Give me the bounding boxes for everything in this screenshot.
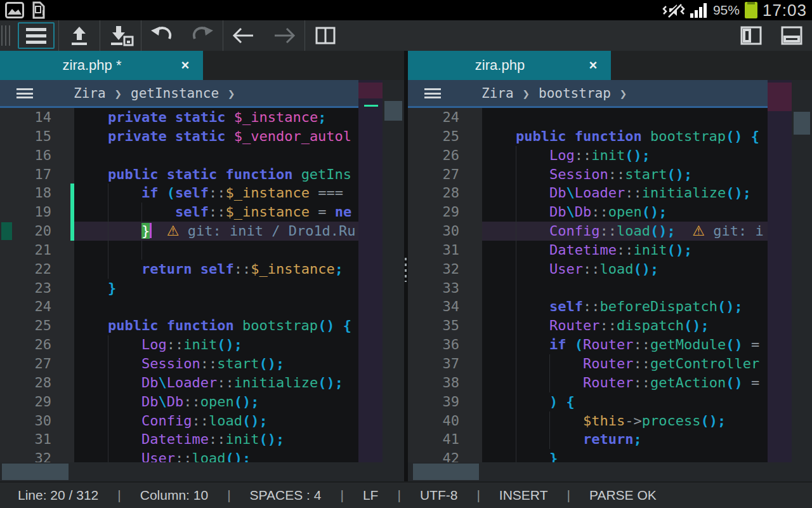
breadcrumb-item[interactable]: Zira [481,86,514,101]
code-token: :: [591,204,608,220]
code-token: :: [192,413,209,429]
code-token: open [200,394,234,410]
code-token: $_instance [251,261,334,277]
undo-button[interactable] [141,20,182,51]
indent-guide [108,373,108,392]
code-line[interactable]: Config::load(); ⚠ git: i [482,222,768,241]
sdcard-alert-icon [29,1,47,19]
line-number: 23 [0,279,74,298]
code-line[interactable]: self::$_instance = ne [74,203,358,222]
code-token: getController [650,356,759,371]
vertical-scrollbar[interactable] [792,80,812,462]
status-separator: | [567,488,570,503]
code-token: === [310,185,351,201]
code-line[interactable]: self::beforeDispatch(); [482,297,768,316]
horizontal-scrollbar[interactable] [0,462,404,481]
scrollbar-thumb[interactable] [384,101,402,121]
code-line[interactable]: User::load(); [482,260,768,279]
scrollbar-thumb[interactable] [2,464,69,480]
code-line[interactable] [74,146,358,165]
code-line[interactable]: private static $_instance; [74,108,358,127]
code-line[interactable]: User::load(); [74,449,358,462]
save-as-button[interactable] [100,20,141,51]
code-line[interactable]: Router::getController [482,354,768,373]
code-line[interactable]: Datetime::init(); [74,430,358,449]
code-line[interactable]: Log::init(); [74,335,358,354]
code-line[interactable]: Db\Loader::initialize(); [482,184,768,203]
open-file-button[interactable] [59,20,100,51]
breadcrumb-item[interactable]: getInstance [131,86,219,101]
toolbar-grip[interactable] [1,25,13,46]
code-line[interactable]: Log::init(); [482,146,768,165]
code-line[interactable]: private static $_vendor_autol [74,127,358,146]
code-token: if [141,185,167,201]
code-token: -> [625,413,642,429]
code-line[interactable]: Router::getAction() = [482,373,768,392]
git-change-marker [358,83,383,98]
overview-ruler [358,80,383,462]
tab-zira-php[interactable]: zira.php × [408,51,611,80]
split-horizontal-button[interactable] [771,20,812,51]
code-line[interactable]: Router::dispatch(); [482,316,768,335]
code-token: Router [583,356,633,371]
code-line[interactable]: public static function getIns [74,165,358,184]
menu-button[interactable] [18,22,55,49]
code-line[interactable]: Db\Db::open(); [74,392,358,411]
code-line[interactable]: } [482,449,768,462]
code-line[interactable]: } ⚠ git: init / Dro1d.Ru [74,222,358,241]
code-line[interactable]: return self::$_instance; [74,260,358,279]
horizontal-scrollbar[interactable] [408,462,812,481]
split-vertical-button[interactable] [731,20,771,51]
code-line[interactable] [74,297,358,316]
code-token: :: [209,431,226,447]
code-line[interactable] [482,108,768,127]
breadcrumb-menu-icon[interactable] [424,88,441,98]
code-token: \ [566,204,574,220]
code-line[interactable]: public function bootstrap() { [482,127,768,146]
code-line[interactable] [482,279,768,298]
code-token: getIns [301,166,351,182]
code-token: (); [625,147,650,163]
breadcrumb-item[interactable]: Zira [74,86,106,101]
code-editor[interactable]: public function bootstrap() { Log::init(… [482,108,768,462]
scrollbar-thumb[interactable] [794,112,810,135]
tab-close-icon[interactable]: × [167,57,203,74]
code-line[interactable]: } [74,279,358,298]
code-line[interactable]: Db\Db::open(); [482,203,768,222]
code-line[interactable]: $this->process(); [482,411,768,431]
indent-guide [108,203,108,222]
code-line[interactable]: if (self::$_instance === [74,184,358,203]
code-token: Db [167,394,184,410]
code-token: (); [726,185,751,201]
navigate-back-button[interactable] [223,20,264,51]
code-line[interactable]: Session::start(); [482,165,768,184]
redo-button[interactable] [182,20,223,51]
navigate-forward-button[interactable] [264,20,304,51]
indent-guide [516,146,516,165]
code-line[interactable]: return; [482,430,768,449]
code-line[interactable]: Session::start(); [74,354,358,373]
code-line[interactable]: if (Router::getModule() = [482,335,768,354]
code-token: public static function [108,166,301,182]
code-line[interactable]: Db\Loader::initialize(); [74,373,358,392]
split-view-button[interactable] [305,20,346,51]
breadcrumb-item[interactable]: bootstrap [539,86,611,101]
tab-close-icon[interactable]: × [575,57,611,74]
scrollbar-thumb[interactable] [413,464,479,480]
code-line[interactable] [74,241,358,260]
code-line[interactable]: Config::load(); [74,411,358,431]
vertical-scrollbar[interactable] [383,80,404,462]
code-line[interactable]: public function bootstrap() { [74,316,358,335]
code-token: ; [335,261,343,277]
line-number: 28 [0,373,74,392]
indent-guide [516,222,516,241]
code-line[interactable]: Datetime::init(); [482,241,768,260]
code-editor[interactable]: private static $_instance; private stati… [74,108,358,462]
breadcrumb-menu-icon[interactable] [16,88,33,98]
code-token: (); [318,375,343,391]
chevron-right-icon: ❯ [228,86,235,100]
status-item: Column: 10 [140,488,208,503]
code-token: :: [167,337,184,352]
code-line[interactable]: ) { [482,392,768,411]
tab-zira-php[interactable]: zira.php * × [0,51,203,80]
